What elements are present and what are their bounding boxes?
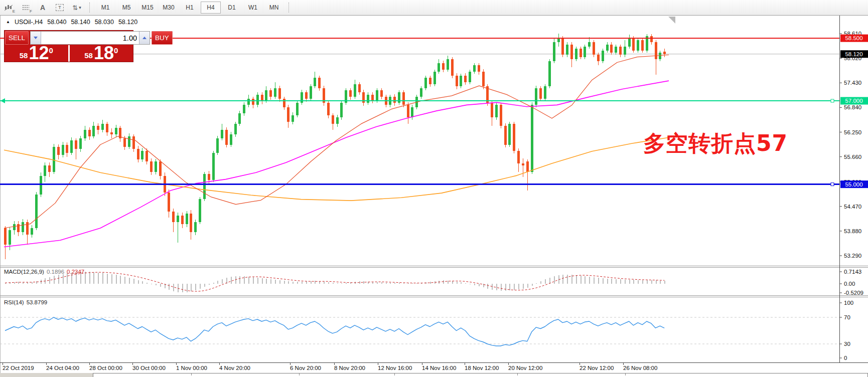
- tf-button-w1[interactable]: W1: [243, 2, 263, 14]
- ohlc-close: 58.120: [118, 19, 137, 26]
- macd-signal-value: 0.2347: [67, 269, 84, 275]
- tick-mark: [394, 373, 395, 375]
- buy-price[interactable]: 58180: [70, 45, 133, 62]
- macd-axis-label: -0.5209: [844, 290, 863, 296]
- grid-icon[interactable]: F: [18, 2, 33, 14]
- tick-mark: [625, 373, 626, 375]
- price-axis-label: 53.290: [844, 253, 861, 259]
- time-axis-label: 14 Nov 16:00: [422, 365, 456, 371]
- icon-sub-label: E: [13, 9, 15, 14]
- macd-signal-line: [5, 272, 664, 291]
- grid-glyph: [22, 5, 29, 11]
- tf-button-m5[interactable]: M5: [116, 2, 136, 14]
- buy-button[interactable]: BUY: [152, 31, 173, 45]
- ohlc-open: 58.040: [47, 19, 66, 26]
- chart-annotation-text: 多空转折点57: [643, 129, 788, 158]
- price-axis-label: 54.470: [844, 204, 861, 210]
- tf-button-h4[interactable]: H4: [201, 2, 221, 14]
- indicator-chart-icon[interactable]: E: [1, 2, 16, 14]
- svg-text:55.000: 55.000: [845, 181, 862, 187]
- triangle-up-icon: [142, 37, 147, 39]
- current-price-badge: [840, 50, 868, 58]
- rsi-axis-label: 30: [844, 341, 850, 347]
- ma-orange-line: [4, 137, 669, 201]
- rsi-indicator-label: RSI(14)53.8799: [4, 299, 47, 305]
- svg-text:58.500: 58.500: [845, 35, 862, 41]
- volume-increase-button[interactable]: [139, 32, 150, 44]
- volume-input[interactable]: [41, 32, 139, 44]
- arrows-objects-icon[interactable]: ⇅ ▾: [69, 2, 84, 14]
- candlestick-glyph: [4, 4, 13, 12]
- volume-decrease-button[interactable]: [31, 32, 41, 44]
- toolbar-grip[interactable]: [89, 3, 91, 13]
- text-label-icon[interactable]: A: [35, 2, 50, 14]
- toolbar-grip[interactable]: [288, 3, 290, 13]
- price-axis-label: 55.660: [844, 154, 861, 160]
- rsi-axis-label: 0: [844, 355, 847, 361]
- price-axis-label: 55.060: [844, 179, 861, 185]
- tf-button-h1[interactable]: H1: [180, 2, 200, 14]
- hline-price-badge: [840, 180, 868, 188]
- hline-left-arrow: [1, 98, 5, 103]
- price-axis-label: 56.840: [844, 104, 861, 110]
- time-axis-label: 24 Oct 04:00: [46, 365, 79, 371]
- svg-text:58.120: 58.120: [845, 51, 862, 57]
- chart-toolbar: E F A T ⇅ ▾ M1 M5 M15 M30 H1 H4 D1 W1 MN: [0, 0, 868, 16]
- sell-button[interactable]: SELL: [5, 31, 29, 45]
- tf-button-m30[interactable]: M30: [159, 2, 179, 14]
- tf-button-d1[interactable]: D1: [222, 2, 242, 14]
- symbol-name: USOil-,H4: [15, 19, 43, 26]
- ohlc-high: 58.140: [71, 19, 90, 26]
- tf-button-m15[interactable]: M15: [137, 2, 158, 14]
- svg-text:57.000: 57.000: [845, 98, 862, 104]
- time-axis[interactable]: 22 Oct 201924 Oct 04:0028 Oct 00:0030 Oc…: [3, 362, 657, 371]
- tick-mark: [299, 373, 300, 375]
- time-axis-label: 20 Nov 12:00: [508, 365, 542, 371]
- macd-indicator-label: MACD(12,26,9)0.18960.2347: [4, 269, 84, 275]
- price-axis-label: 56.250: [844, 129, 861, 135]
- tf-button-m1[interactable]: M1: [95, 2, 115, 14]
- time-axis-label: 26 Nov 08:00: [623, 365, 657, 371]
- hline-drag-marker[interactable]: [831, 99, 834, 102]
- time-axis-label: 18 Nov 12:00: [465, 365, 499, 371]
- docked-window-edge[interactable]: [93, 373, 868, 377]
- price-axis-label: 57.430: [844, 80, 861, 86]
- ma-red-line: [4, 55, 669, 229]
- triangle-down-icon: [34, 37, 38, 39]
- one-click-trading-panel: SELL BUY 58120 58180: [4, 30, 133, 62]
- time-axis-label: 12 Nov 16:00: [378, 365, 412, 371]
- tf-button-mn[interactable]: MN: [264, 2, 284, 14]
- hline-drag-marker[interactable]: [831, 183, 834, 186]
- rsi-line: [5, 317, 664, 346]
- chevron-down-icon: ▾: [79, 5, 81, 10]
- ohlc-low: 58.030: [95, 19, 114, 26]
- time-axis-label: 4 Nov 20:00: [219, 365, 250, 371]
- scroll-to-end-marker[interactable]: [668, 17, 675, 24]
- macd-axis-label: 0.00: [844, 281, 855, 287]
- time-axis-label: 30 Oct 00:00: [132, 365, 166, 371]
- time-axis-label: 22 Nov 12:00: [580, 365, 614, 371]
- symbol-info-bar: ▲ USOil-,H4 58.040 58.140 58.030 58.120: [6, 19, 137, 26]
- rsi-value: 53.8799: [27, 299, 48, 305]
- macd-main-value: 0.1896: [47, 269, 64, 275]
- hline-price-badge: [840, 97, 868, 105]
- time-axis-label: 22 Oct 2019: [3, 365, 34, 371]
- macd-axis-label: 0.7143: [844, 269, 861, 275]
- candlestick-series: [4, 34, 666, 259]
- time-axis-label: 6 Nov 20:00: [290, 365, 321, 371]
- price-axis-label: 53.880: [844, 228, 861, 234]
- price-axis-label: 58.020: [844, 55, 861, 61]
- collapse-arrow-icon[interactable]: ▲: [6, 20, 10, 24]
- rsi-axis-label: 100: [844, 300, 853, 306]
- icon-sub-label: F: [30, 9, 32, 14]
- ma-magenta-line: [4, 81, 669, 247]
- time-axis-label: 28 Oct 00:00: [89, 365, 122, 371]
- price-axis-label: 58.610: [844, 31, 861, 37]
- hline-price-badge: [840, 35, 868, 42]
- tick-mark: [517, 373, 518, 375]
- text-box-icon[interactable]: T: [52, 2, 67, 14]
- window-bottom-strip: [0, 373, 868, 377]
- sell-price[interactable]: 58120: [5, 45, 68, 62]
- macd-histogram: [5, 272, 665, 292]
- tick-mark: [191, 373, 192, 375]
